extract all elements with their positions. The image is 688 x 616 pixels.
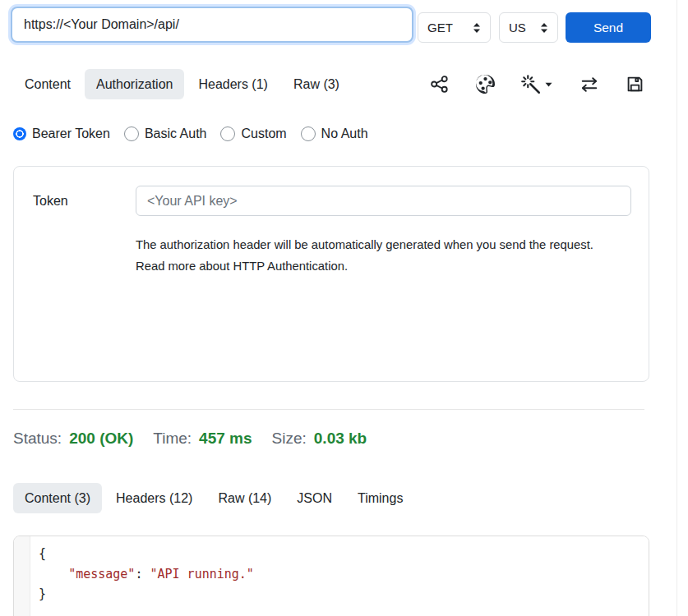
- token-help-text: The authorization header will be automat…: [136, 235, 622, 277]
- json-key: "message": [68, 567, 135, 582]
- send-button[interactable]: Send: [566, 12, 651, 43]
- time-value: 457 ms: [199, 430, 252, 448]
- auth-option-label: Custom: [241, 126, 286, 141]
- auth-options: Bearer Token Basic Auth Custom No Auth: [13, 121, 368, 147]
- json-close-brace: }: [39, 586, 46, 601]
- region-select-value: US: [509, 21, 526, 34]
- json-open-brace: {: [39, 546, 46, 561]
- auth-option-label: No Auth: [321, 126, 368, 141]
- size-label: Size:: [272, 430, 307, 448]
- dropdown-caret-icon: [545, 82, 552, 87]
- json-value: "API running.": [150, 567, 253, 582]
- response-tab-headers[interactable]: Headers (12): [104, 483, 204, 513]
- tab-content[interactable]: Content: [13, 69, 82, 99]
- magic-wand-icon[interactable]: [521, 75, 552, 94]
- swap-arrows-icon[interactable]: [579, 75, 599, 94]
- palette-icon[interactable]: [476, 75, 495, 94]
- save-icon[interactable]: [626, 75, 644, 94]
- radio-icon[interactable]: [220, 126, 235, 141]
- json-separator: :: [135, 567, 150, 582]
- status-value: 200 (OK): [69, 430, 133, 448]
- response-tabs: Content (3) Headers (12) Raw (14) JSON T…: [13, 483, 414, 513]
- method-select[interactable]: GET: [418, 12, 491, 43]
- auth-option-basic-auth[interactable]: Basic Auth: [124, 126, 207, 141]
- tab-raw[interactable]: Raw (3): [282, 69, 351, 99]
- size-value: 0.03 kb: [314, 430, 367, 448]
- radio-icon[interactable]: [124, 126, 139, 141]
- radio-icon[interactable]: [301, 126, 316, 141]
- tab-headers[interactable]: Headers (1): [187, 69, 279, 99]
- tab-authorization[interactable]: Authorization: [85, 69, 184, 99]
- up-down-caret-icon: [540, 22, 548, 34]
- code-gutter: [14, 536, 30, 616]
- method-select-value: GET: [427, 21, 453, 34]
- response-json-code[interactable]: { "message": "API running." }: [30, 536, 649, 616]
- auth-option-bearer-token[interactable]: Bearer Token: [13, 126, 110, 141]
- token-label: Token: [33, 194, 68, 209]
- auth-option-label: Bearer Token: [32, 126, 110, 141]
- radio-selected-icon[interactable]: [13, 127, 26, 140]
- auth-option-custom[interactable]: Custom: [220, 126, 286, 141]
- request-tabs: Content Authorization Headers (1) Raw (3…: [13, 69, 351, 99]
- response-tab-timings[interactable]: Timings: [346, 483, 414, 513]
- response-tab-json[interactable]: JSON: [285, 483, 344, 513]
- url-input[interactable]: [11, 7, 413, 43]
- up-down-caret-icon: [473, 22, 481, 34]
- status-label: Status:: [13, 430, 62, 448]
- section-divider: [13, 409, 644, 410]
- request-toolbar: [430, 69, 644, 99]
- response-body-panel: { "message": "API running." }: [13, 536, 649, 616]
- token-input[interactable]: [136, 186, 631, 216]
- time-label: Time:: [153, 430, 192, 448]
- region-select[interactable]: US: [499, 12, 558, 43]
- auth-option-no-auth[interactable]: No Auth: [301, 126, 368, 141]
- response-tab-content[interactable]: Content (3): [13, 483, 102, 513]
- page-right-edge: [676, 0, 677, 616]
- auth-option-label: Basic Auth: [145, 126, 207, 141]
- share-icon[interactable]: [430, 75, 449, 94]
- response-status-bar: Status: 200 (OK) Time: 457 ms Size: 0.03…: [13, 430, 367, 448]
- response-tab-raw[interactable]: Raw (14): [206, 483, 283, 513]
